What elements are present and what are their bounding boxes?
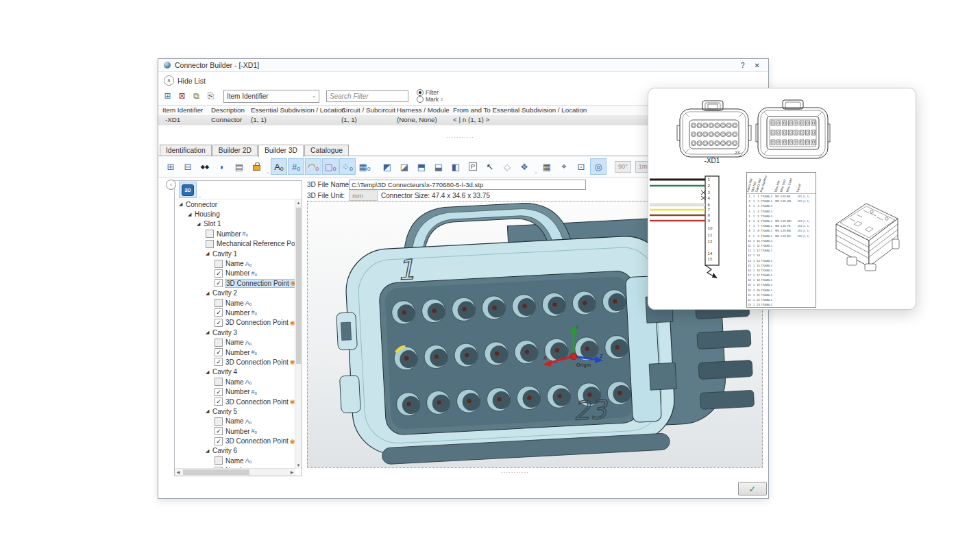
plane-p-icon[interactable]: P xyxy=(465,158,481,175)
copy-item-icon[interactable]: ⧉ xyxy=(190,90,203,103)
wire-link[interactable]: -W6 (1, 1) xyxy=(797,234,816,238)
view-cube-iso-icon[interactable]: ◧ xyxy=(448,158,464,175)
splitter-handle-bottom[interactable]: ∙∙∙∙∙∙∙∙∙∙∙ xyxy=(501,472,529,474)
checkbox[interactable]: ✓ xyxy=(215,269,223,278)
checkbox[interactable] xyxy=(215,456,223,465)
chevron-up-icon[interactable]: ∧ xyxy=(164,75,174,86)
validate-part-icon[interactable]: ▤ xyxy=(231,158,247,175)
column-header-0[interactable]: Item Identifier xyxy=(162,106,203,114)
show-numbers-icon[interactable]: #ₒ xyxy=(288,158,304,175)
add-screen-icon[interactable]: ⊞ xyxy=(162,158,179,175)
column-header-3[interactable]: Circuit / Subcircuit xyxy=(341,106,395,114)
tree-item-mechanical-reference-point[interactable]: Mechanical Reference Point◫ xyxy=(175,239,295,249)
tree-item-cavity-5[interactable]: ◢Cavity 5 xyxy=(175,406,295,416)
checkbox[interactable]: ✓ xyxy=(215,348,223,356)
scroll-left-icon[interactable]: ◀ xyxy=(175,469,182,476)
close-button[interactable]: ✕ xyxy=(755,62,760,69)
wire-link[interactable]: -W3 (1, 1) xyxy=(797,219,816,223)
show-outline-icon[interactable]: ▢ₒ xyxy=(322,158,339,175)
view-cube-back-icon[interactable]: ◪ xyxy=(396,158,413,175)
wire-link[interactable]: -W4 (1, 1) xyxy=(797,224,816,228)
tree-item-cavity-4[interactable]: ◢Cavity 4 xyxy=(175,367,295,377)
checkbox[interactable]: ✓ xyxy=(215,427,223,435)
tree-item-3d-connection-point[interactable]: ✓3D Connection Point◉ₒ xyxy=(175,357,295,367)
checkbox[interactable]: ✓ xyxy=(215,319,223,327)
checkbox[interactable]: ✓ xyxy=(215,358,223,366)
snap-center-icon[interactable]: ⌖ xyxy=(556,158,572,175)
column-header-1[interactable]: Description xyxy=(211,106,245,114)
tree-item-cavity-3[interactable]: ◢Cavity 3 xyxy=(175,328,295,337)
checkbox[interactable]: ✓ xyxy=(215,279,223,287)
scroll-right-icon[interactable]: ▶ xyxy=(289,469,295,476)
view-cube-left-icon[interactable]: ⬒ xyxy=(413,158,430,175)
scroll-up-icon[interactable]: ▲ xyxy=(295,199,302,206)
tree-item-cavity-2[interactable]: ◢Cavity 2 xyxy=(175,289,295,298)
radio-mark-dot[interactable] xyxy=(417,96,424,103)
mode-3d-button[interactable]: 3D xyxy=(179,182,197,198)
lock-open-icon[interactable] xyxy=(248,158,265,175)
tree-item-cavity-6[interactable]: ◢Cavity 6 xyxy=(175,446,295,456)
tree-item-name[interactable]: NameAₒ xyxy=(175,337,295,347)
wire-link[interactable]: -W5 (1, 1) xyxy=(797,229,816,232)
tree-item-number[interactable]: ✓Number#ₒ xyxy=(175,426,295,436)
tree-item-slot-1[interactable]: ◢Slot 1 xyxy=(175,219,295,229)
expander-icon[interactable]: ◢ xyxy=(206,251,212,256)
snap-circle-icon[interactable]: ◎ xyxy=(590,158,607,175)
scroll-thumb[interactable] xyxy=(296,208,301,364)
wire-link[interactable]: -W1 (1, 1) xyxy=(797,195,816,198)
add-item-icon[interactable]: ⊞ xyxy=(161,90,174,103)
expander-icon[interactable]: ◢ xyxy=(197,221,203,227)
tree-item-name[interactable]: NameAₒ xyxy=(175,258,295,268)
filter-field-dropdown[interactable]: Item Identifier ⌄ xyxy=(223,90,319,103)
column-header-4[interactable]: Harness / Module xyxy=(397,106,450,114)
radio-mark[interactable]: Mark ≡ xyxy=(417,96,443,103)
hide-list-toggle[interactable]: ∧ Hide List xyxy=(164,75,206,86)
tree-collapse-button[interactable]: ‹ xyxy=(166,180,176,190)
diamond-snap-icon[interactable]: ◇ xyxy=(499,158,515,175)
radio-filter[interactable]: Filter xyxy=(417,89,443,96)
tree-item-connector[interactable]: ◢Connector xyxy=(175,199,295,209)
expander-icon[interactable]: ◢ xyxy=(206,448,212,454)
expander-icon[interactable]: ◢ xyxy=(179,201,185,207)
tree-item-number[interactable]: ✓Number#ₒ xyxy=(175,387,295,396)
checkbox[interactable] xyxy=(215,378,223,386)
tree-horizontal-scrollbar[interactable]: ◀ ▶ xyxy=(175,468,295,476)
checkbox[interactable] xyxy=(206,230,214,238)
show-arcs-icon[interactable]: ◠ₒ xyxy=(305,158,321,175)
select-cursor-icon[interactable]: ↖ xyxy=(482,158,498,175)
tab-builder-3d[interactable]: Builder 3D xyxy=(258,145,304,157)
tree-item-3d-connection-point[interactable]: ✓3D Connection Point◉ₒ xyxy=(175,436,295,445)
tree-item-3d-connection-point[interactable]: ✓3D Connection Point◉ₒ xyxy=(175,318,295,328)
tree-item-name[interactable]: NameAₒ xyxy=(175,298,295,308)
paste-item-icon[interactable]: ⎘ xyxy=(204,90,217,103)
view-cube-front-icon[interactable]: ◩ xyxy=(379,158,395,175)
grid-large-icon[interactable]: ▦ xyxy=(539,158,555,175)
expander-icon[interactable]: ◢ xyxy=(206,369,212,375)
solids-icon[interactable]: ❖ xyxy=(516,158,532,175)
tree-vertical-scrollbar[interactable]: ▲ ▼ xyxy=(295,199,302,469)
confirm-button[interactable]: ✓ xyxy=(738,482,767,495)
tree-item-name[interactable]: NameAₒ xyxy=(175,456,295,465)
checkbox[interactable] xyxy=(215,260,223,268)
tree-item-name[interactable]: NameAₒ xyxy=(175,377,295,387)
tree-item-housing[interactable]: ◢Housing xyxy=(175,209,295,219)
mirror-parts-icon[interactable]: ◆◆ xyxy=(197,158,213,175)
column-header-5[interactable]: From and To Essential Subdivision / Loca… xyxy=(453,106,587,114)
checkbox[interactable] xyxy=(215,417,223,426)
tree-item-number[interactable]: Number#ₒ xyxy=(175,229,295,238)
checkbox[interactable]: ✓ xyxy=(215,308,223,317)
file-name-input[interactable]: C:\Temp\3D Connecteurs\x-770680-5-I-3d.s… xyxy=(349,180,586,190)
checkbox[interactable] xyxy=(215,299,223,307)
tree-item-3d-connection-point[interactable]: ✓3D Connection Point◉ₒ xyxy=(175,278,295,288)
snap-box-icon[interactable]: ⊡ xyxy=(573,158,589,175)
checkbox[interactable]: ✓ xyxy=(215,397,223,406)
tree-item-number[interactable]: ✓Number#ₒ xyxy=(175,308,295,317)
column-header-2[interactable]: Essential Subdivision / Location xyxy=(251,106,345,114)
erase-icon[interactable]: ◗ xyxy=(214,158,230,175)
show-grid-icon[interactable]: ▦ₒ xyxy=(356,158,373,175)
scroll-down-icon[interactable]: ▼ xyxy=(295,462,302,469)
chevron-down-icon[interactable]: ⌄ xyxy=(198,194,201,199)
show-names-icon[interactable]: Aₒ xyxy=(271,158,287,175)
tree-item-number[interactable]: ✓Number#ₒ xyxy=(175,269,295,278)
expander-icon[interactable]: ◢ xyxy=(206,408,212,414)
